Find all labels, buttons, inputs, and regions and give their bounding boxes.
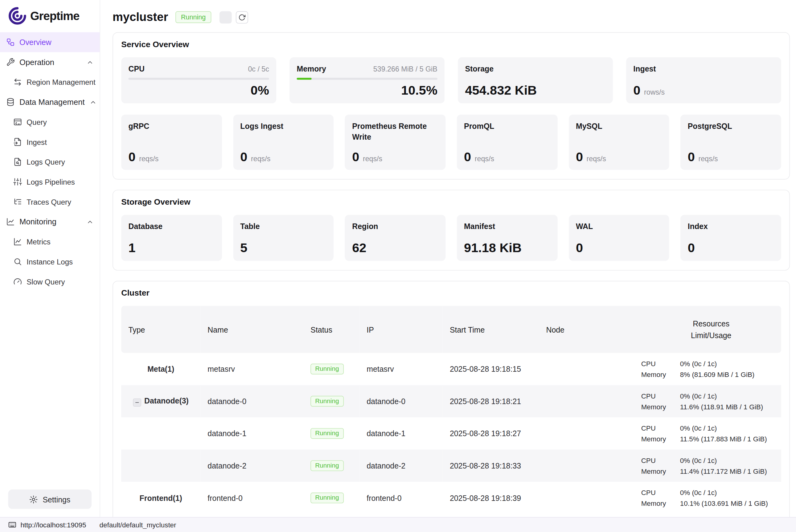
cpu-metric-tile: CPU 0c / 5c 0%: [121, 57, 276, 103]
sidebar-item-logs-query[interactable]: Logs Query: [0, 152, 100, 172]
cell-status: Running: [303, 482, 359, 514]
memory-resource-value: 11.5% (117.883 MiB / 1 GiB): [680, 433, 767, 444]
cell-type: [121, 417, 201, 450]
secondary-action-button[interactable]: [220, 11, 232, 23]
col-header-name: Name: [201, 306, 303, 353]
status-bar: http://localhost:19095 default/default_m…: [0, 517, 796, 532]
cluster-table: Type Name Status IP Start Time Node Reso…: [121, 306, 781, 514]
cpu-resource-label: CPU: [641, 422, 680, 433]
cell-name: datanode-2: [201, 450, 303, 482]
storage-overview-card: Storage Overview Database 1 Table 5 Regi…: [113, 190, 790, 271]
sidebar-item-region-management[interactable]: Region Management: [0, 72, 100, 92]
col-header-node: Node: [539, 306, 634, 353]
cell-node: [539, 482, 634, 514]
section-title: Storage Overview: [121, 197, 781, 207]
metric-label: Storage: [465, 63, 494, 74]
status-badge: Running: [310, 493, 343, 504]
table-row-frontend-0: Frontend(1) frontend-0 Running frontend-…: [121, 482, 781, 514]
sidebar-item-slow-query[interactable]: Slow Query: [0, 271, 100, 291]
cell-ip: datanode-1: [359, 417, 443, 450]
sidebar-item-logs-pipelines[interactable]: Logs Pipelines: [0, 172, 100, 192]
sidebar-item-monitoring[interactable]: Monitoring: [0, 212, 100, 232]
memory-resource-value: 11.4% (117.172 MiB / 1 GiB): [680, 466, 767, 476]
status-badge: Running: [310, 396, 343, 406]
tile-label: Table: [240, 221, 326, 232]
status-badge: Running: [310, 364, 343, 375]
memory-resource-value: 11.6% (118.91 MiB / 1 GiB): [680, 401, 763, 412]
rate-tile-postgresql: PostgreSQL 0reqs/s: [681, 115, 781, 170]
memory-resource-label: Memory: [641, 498, 680, 509]
query-window-icon: [13, 118, 22, 126]
cell-status: Running: [303, 450, 359, 482]
tile-label: Manifest: [464, 221, 550, 232]
server-icon: [8, 520, 17, 529]
rate-value: 0: [688, 150, 695, 164]
cell-resources: CPU0% (0c / 1c) Memory11.5% (117.883 MiB…: [634, 417, 781, 450]
cell-ip: datanode-2: [359, 450, 443, 482]
cpu-percent-value: 0%: [129, 83, 269, 97]
cell-start-time: 2025-08-28 19:18:21: [443, 385, 539, 418]
table-header-row: Type Name Status IP Start Time Node Reso…: [121, 306, 781, 353]
arrows-left-right-icon: [13, 78, 22, 86]
sidebar-item-query[interactable]: Query: [0, 112, 100, 132]
sidebar-label: Region Management: [26, 78, 95, 86]
refresh-button[interactable]: [236, 11, 248, 23]
status-badge: Running: [310, 428, 343, 439]
greptime-logo-icon: [8, 7, 27, 25]
page-header: mycluster Running: [113, 10, 790, 24]
cpu-resource-label: CPU: [641, 455, 680, 466]
statusbar-database-path: default/default_mycluster: [99, 521, 176, 529]
cell-resources: CPU0% (0c / 1c) Memory10.1% (103.691 MiB…: [634, 482, 781, 514]
storage-tile-wal: WAL 0: [569, 215, 669, 261]
memory-resource-label: Memory: [641, 466, 680, 476]
cpu-resource-value: 0% (0c / 1c): [680, 358, 717, 369]
rate-label: Prometheus Remote Write: [352, 121, 438, 142]
sidebar-item-traces-query[interactable]: Traces Query: [0, 192, 100, 212]
cell-status: Running: [303, 385, 359, 418]
sidebar-label: Metrics: [26, 238, 51, 246]
sliders-icon: [13, 177, 22, 186]
cell-type: Meta(1): [121, 353, 201, 385]
rate-value: 0: [240, 150, 247, 164]
brand-logo[interactable]: Greptime: [0, 0, 100, 31]
cell-type: Datanode(3): [121, 385, 201, 418]
wrench-icon: [6, 58, 15, 66]
sidebar-item-overview[interactable]: Overview: [0, 32, 100, 52]
rate-unit: reqs/s: [251, 155, 270, 163]
tile-label: Index: [688, 221, 774, 232]
gauge-icon: [13, 277, 22, 286]
col-header-ip: IP: [359, 306, 443, 353]
statusbar-url: http://localhost:19095: [20, 521, 86, 529]
collapse-toggle-icon[interactable]: [133, 398, 141, 406]
rate-tile-promql: PromQL 0reqs/s: [457, 115, 557, 170]
sidebar-nav: Overview Operation Region Management: [0, 31, 100, 291]
sidebar-item-operation[interactable]: Operation: [0, 52, 100, 72]
cell-resources: CPU0% (0c / 1c) Memory11.6% (118.91 MiB …: [634, 385, 781, 418]
rate-label: PromQL: [464, 121, 550, 132]
table-row-metasrv: Meta(1) metasrv Running metasrv 2025-08-…: [121, 353, 781, 385]
sidebar-label: Query: [26, 118, 47, 126]
brand-name: Greptime: [30, 9, 79, 23]
cell-node: [539, 417, 634, 450]
rate-label: PostgreSQL: [688, 121, 774, 132]
memory-resource-label: Memory: [641, 401, 680, 412]
sidebar-item-data-management[interactable]: Data Management: [0, 92, 100, 112]
ingest-value: 0: [633, 83, 640, 97]
cell-start-time: 2025-08-28 19:18:15: [443, 353, 539, 385]
rate-label: MySQL: [576, 121, 662, 132]
sidebar-item-metrics[interactable]: Metrics: [0, 232, 100, 252]
sidebar-item-instance-logs[interactable]: Instance Logs: [0, 251, 100, 271]
rate-unit: reqs/s: [139, 155, 158, 163]
sidebar-label: Overview: [19, 38, 52, 46]
service-overview-card: Service Overview CPU 0c / 5c 0% Memory 5…: [113, 32, 790, 180]
ingest-unit: rows/s: [644, 88, 665, 96]
cpu-progress-bar: [129, 78, 269, 80]
status-badge: Running: [310, 460, 343, 471]
memory-metric-tile: Memory 539.266 MiB / 5 GiB 10.5%: [289, 57, 444, 103]
memory-resource-label: Memory: [641, 369, 680, 380]
cell-status: Running: [303, 417, 359, 450]
settings-button[interactable]: Settings: [8, 490, 92, 509]
storage-tile-manifest: Manifest 91.18 KiB: [457, 215, 557, 261]
sidebar-item-ingest[interactable]: Ingest: [0, 132, 100, 152]
storage-tile-region: Region 62: [345, 215, 446, 261]
